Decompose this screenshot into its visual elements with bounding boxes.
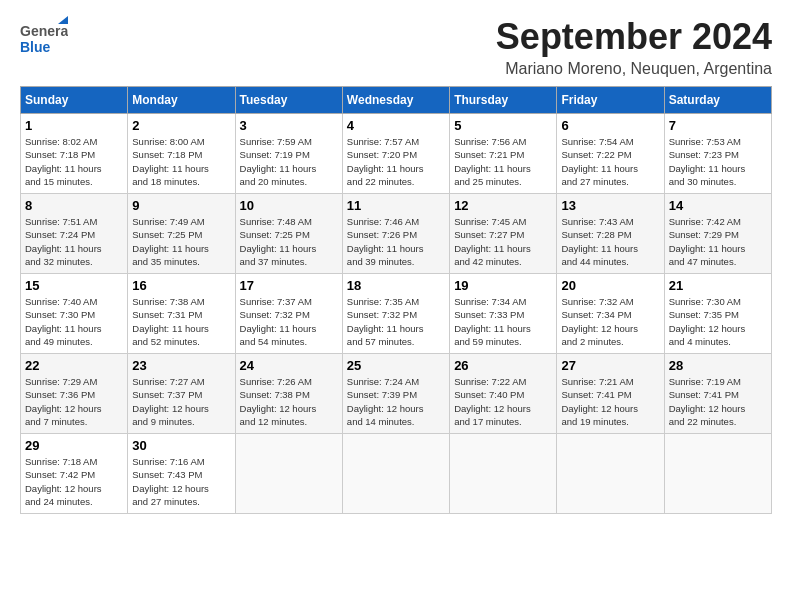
day-number: 5 bbox=[454, 118, 552, 133]
day-info: Sunrise: 7:57 AMSunset: 7:20 PMDaylight:… bbox=[347, 135, 445, 188]
logo-icon: General Blue bbox=[20, 16, 68, 60]
calendar-header-row: SundayMondayTuesdayWednesdayThursdayFrid… bbox=[21, 87, 772, 114]
day-info: Sunrise: 7:30 AMSunset: 7:35 PMDaylight:… bbox=[669, 295, 767, 348]
calendar-header: SundayMondayTuesdayWednesdayThursdayFrid… bbox=[21, 87, 772, 114]
calendar-header-cell: Sunday bbox=[21, 87, 128, 114]
calendar-day-cell: 15Sunrise: 7:40 AMSunset: 7:30 PMDayligh… bbox=[21, 274, 128, 354]
day-info: Sunrise: 7:56 AMSunset: 7:21 PMDaylight:… bbox=[454, 135, 552, 188]
calendar-header-cell: Wednesday bbox=[342, 87, 449, 114]
calendar-day-cell: 4Sunrise: 7:57 AMSunset: 7:20 PMDaylight… bbox=[342, 114, 449, 194]
calendar-day-cell: 18Sunrise: 7:35 AMSunset: 7:32 PMDayligh… bbox=[342, 274, 449, 354]
day-number: 21 bbox=[669, 278, 767, 293]
calendar-day-cell: 9Sunrise: 7:49 AMSunset: 7:25 PMDaylight… bbox=[128, 194, 235, 274]
day-info: Sunrise: 7:37 AMSunset: 7:32 PMDaylight:… bbox=[240, 295, 338, 348]
logo: General Blue bbox=[20, 16, 68, 60]
calendar-week-row: 22Sunrise: 7:29 AMSunset: 7:36 PMDayligh… bbox=[21, 354, 772, 434]
day-info: Sunrise: 7:43 AMSunset: 7:28 PMDaylight:… bbox=[561, 215, 659, 268]
svg-text:General: General bbox=[20, 23, 68, 39]
day-info: Sunrise: 7:46 AMSunset: 7:26 PMDaylight:… bbox=[347, 215, 445, 268]
day-info: Sunrise: 7:42 AMSunset: 7:29 PMDaylight:… bbox=[669, 215, 767, 268]
day-number: 30 bbox=[132, 438, 230, 453]
calendar-day-cell: 19Sunrise: 7:34 AMSunset: 7:33 PMDayligh… bbox=[450, 274, 557, 354]
title-block: September 2024 Mariano Moreno, Neuquen, … bbox=[496, 16, 772, 78]
calendar-day-cell bbox=[235, 434, 342, 514]
calendar-header-cell: Friday bbox=[557, 87, 664, 114]
calendar-week-row: 1Sunrise: 8:02 AMSunset: 7:18 PMDaylight… bbox=[21, 114, 772, 194]
day-number: 1 bbox=[25, 118, 123, 133]
calendar-day-cell: 20Sunrise: 7:32 AMSunset: 7:34 PMDayligh… bbox=[557, 274, 664, 354]
day-info: Sunrise: 7:45 AMSunset: 7:27 PMDaylight:… bbox=[454, 215, 552, 268]
calendar-table: SundayMondayTuesdayWednesdayThursdayFrid… bbox=[20, 86, 772, 514]
day-info: Sunrise: 7:49 AMSunset: 7:25 PMDaylight:… bbox=[132, 215, 230, 268]
calendar-day-cell: 23Sunrise: 7:27 AMSunset: 7:37 PMDayligh… bbox=[128, 354, 235, 434]
calendar-day-cell bbox=[664, 434, 771, 514]
calendar-day-cell: 22Sunrise: 7:29 AMSunset: 7:36 PMDayligh… bbox=[21, 354, 128, 434]
calendar-day-cell: 25Sunrise: 7:24 AMSunset: 7:39 PMDayligh… bbox=[342, 354, 449, 434]
day-number: 22 bbox=[25, 358, 123, 373]
calendar-day-cell: 17Sunrise: 7:37 AMSunset: 7:32 PMDayligh… bbox=[235, 274, 342, 354]
calendar-day-cell: 6Sunrise: 7:54 AMSunset: 7:22 PMDaylight… bbox=[557, 114, 664, 194]
day-info: Sunrise: 7:38 AMSunset: 7:31 PMDaylight:… bbox=[132, 295, 230, 348]
calendar-day-cell: 24Sunrise: 7:26 AMSunset: 7:38 PMDayligh… bbox=[235, 354, 342, 434]
calendar-day-cell: 2Sunrise: 8:00 AMSunset: 7:18 PMDaylight… bbox=[128, 114, 235, 194]
calendar-day-cell: 10Sunrise: 7:48 AMSunset: 7:25 PMDayligh… bbox=[235, 194, 342, 274]
day-info: Sunrise: 7:29 AMSunset: 7:36 PMDaylight:… bbox=[25, 375, 123, 428]
day-number: 9 bbox=[132, 198, 230, 213]
day-number: 29 bbox=[25, 438, 123, 453]
calendar-header-cell: Saturday bbox=[664, 87, 771, 114]
calendar-day-cell: 3Sunrise: 7:59 AMSunset: 7:19 PMDaylight… bbox=[235, 114, 342, 194]
day-info: Sunrise: 7:24 AMSunset: 7:39 PMDaylight:… bbox=[347, 375, 445, 428]
day-number: 2 bbox=[132, 118, 230, 133]
svg-text:Blue: Blue bbox=[20, 39, 51, 55]
page-header: General Blue September 2024 Mariano More… bbox=[20, 16, 772, 78]
day-info: Sunrise: 7:40 AMSunset: 7:30 PMDaylight:… bbox=[25, 295, 123, 348]
calendar-day-cell: 8Sunrise: 7:51 AMSunset: 7:24 PMDaylight… bbox=[21, 194, 128, 274]
calendar-day-cell: 11Sunrise: 7:46 AMSunset: 7:26 PMDayligh… bbox=[342, 194, 449, 274]
day-info: Sunrise: 7:53 AMSunset: 7:23 PMDaylight:… bbox=[669, 135, 767, 188]
calendar-body: 1Sunrise: 8:02 AMSunset: 7:18 PMDaylight… bbox=[21, 114, 772, 514]
calendar-day-cell bbox=[342, 434, 449, 514]
day-info: Sunrise: 8:00 AMSunset: 7:18 PMDaylight:… bbox=[132, 135, 230, 188]
day-info: Sunrise: 7:54 AMSunset: 7:22 PMDaylight:… bbox=[561, 135, 659, 188]
day-info: Sunrise: 7:34 AMSunset: 7:33 PMDaylight:… bbox=[454, 295, 552, 348]
day-number: 8 bbox=[25, 198, 123, 213]
day-number: 13 bbox=[561, 198, 659, 213]
calendar-day-cell: 28Sunrise: 7:19 AMSunset: 7:41 PMDayligh… bbox=[664, 354, 771, 434]
calendar-day-cell: 29Sunrise: 7:18 AMSunset: 7:42 PMDayligh… bbox=[21, 434, 128, 514]
calendar-day-cell: 27Sunrise: 7:21 AMSunset: 7:41 PMDayligh… bbox=[557, 354, 664, 434]
day-number: 10 bbox=[240, 198, 338, 213]
day-info: Sunrise: 7:22 AMSunset: 7:40 PMDaylight:… bbox=[454, 375, 552, 428]
calendar-day-cell: 16Sunrise: 7:38 AMSunset: 7:31 PMDayligh… bbox=[128, 274, 235, 354]
day-info: Sunrise: 7:59 AMSunset: 7:19 PMDaylight:… bbox=[240, 135, 338, 188]
day-info: Sunrise: 7:19 AMSunset: 7:41 PMDaylight:… bbox=[669, 375, 767, 428]
day-number: 3 bbox=[240, 118, 338, 133]
month-title: September 2024 bbox=[496, 16, 772, 58]
day-info: Sunrise: 7:18 AMSunset: 7:42 PMDaylight:… bbox=[25, 455, 123, 508]
day-number: 6 bbox=[561, 118, 659, 133]
day-info: Sunrise: 7:32 AMSunset: 7:34 PMDaylight:… bbox=[561, 295, 659, 348]
calendar-day-cell bbox=[557, 434, 664, 514]
day-number: 16 bbox=[132, 278, 230, 293]
calendar-header-cell: Thursday bbox=[450, 87, 557, 114]
calendar-day-cell bbox=[450, 434, 557, 514]
day-number: 27 bbox=[561, 358, 659, 373]
calendar-day-cell: 1Sunrise: 8:02 AMSunset: 7:18 PMDaylight… bbox=[21, 114, 128, 194]
calendar-header-cell: Tuesday bbox=[235, 87, 342, 114]
day-info: Sunrise: 7:51 AMSunset: 7:24 PMDaylight:… bbox=[25, 215, 123, 268]
calendar-day-cell: 14Sunrise: 7:42 AMSunset: 7:29 PMDayligh… bbox=[664, 194, 771, 274]
day-number: 12 bbox=[454, 198, 552, 213]
day-number: 17 bbox=[240, 278, 338, 293]
calendar-week-row: 15Sunrise: 7:40 AMSunset: 7:30 PMDayligh… bbox=[21, 274, 772, 354]
calendar-week-row: 8Sunrise: 7:51 AMSunset: 7:24 PMDaylight… bbox=[21, 194, 772, 274]
day-info: Sunrise: 7:16 AMSunset: 7:43 PMDaylight:… bbox=[132, 455, 230, 508]
day-number: 4 bbox=[347, 118, 445, 133]
day-info: Sunrise: 7:35 AMSunset: 7:32 PMDaylight:… bbox=[347, 295, 445, 348]
day-number: 25 bbox=[347, 358, 445, 373]
day-info: Sunrise: 7:27 AMSunset: 7:37 PMDaylight:… bbox=[132, 375, 230, 428]
calendar-header-cell: Monday bbox=[128, 87, 235, 114]
day-number: 19 bbox=[454, 278, 552, 293]
calendar-day-cell: 5Sunrise: 7:56 AMSunset: 7:21 PMDaylight… bbox=[450, 114, 557, 194]
day-info: Sunrise: 8:02 AMSunset: 7:18 PMDaylight:… bbox=[25, 135, 123, 188]
day-number: 24 bbox=[240, 358, 338, 373]
day-info: Sunrise: 7:21 AMSunset: 7:41 PMDaylight:… bbox=[561, 375, 659, 428]
